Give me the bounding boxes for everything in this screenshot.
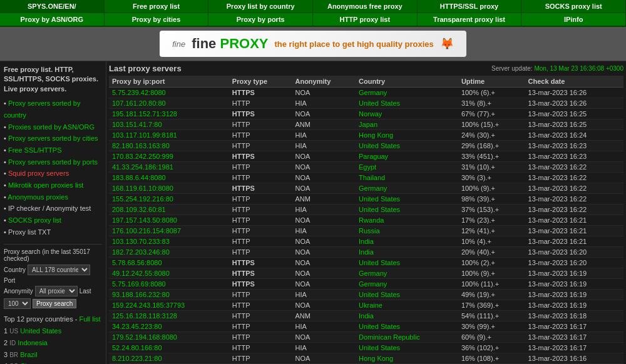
- proxy-type: HTTP: [229, 98, 292, 109]
- proxy-country[interactable]: India: [356, 247, 458, 258]
- proxy-country[interactable]: Hong Kong: [356, 130, 458, 141]
- proxy-ip[interactable]: 49.12.242.55:8080: [109, 268, 229, 279]
- proxy-country[interactable]: Hong Kong: [356, 353, 458, 364]
- proxy-ip[interactable]: 125.16.128.118:3128: [109, 311, 229, 321]
- proxy-country[interactable]: Germany: [356, 88, 458, 98]
- server-update-link[interactable]: Mon, 13 Mar 23 16:36:08 +0300: [534, 65, 623, 72]
- proxy-ip[interactable]: 5.75.169.69:8080: [109, 279, 229, 290]
- proxy-ip[interactable]: 107.161.20.80:80: [109, 98, 229, 109]
- proxy-date: 13-mar-2023 16:22: [525, 162, 623, 173]
- table-row: 107.161.20.80:80 HTTP HIA United States …: [109, 98, 623, 109]
- proxy-country[interactable]: United States: [356, 290, 458, 300]
- sidebar-link-ipcheck[interactable]: IP checker / Anonymity test: [4, 203, 102, 215]
- nav-asn[interactable]: Proxy by ASN/ORG: [0, 13, 105, 26]
- proxy-country[interactable]: Paraguay: [356, 151, 458, 162]
- proxy-country[interactable]: Ukraine: [356, 300, 458, 311]
- proxy-uptime: 31% (10).+: [458, 162, 525, 173]
- proxy-country[interactable]: United States: [356, 321, 458, 332]
- proxy-ip[interactable]: 103.117.101.99:8181: [109, 130, 229, 141]
- proxy-ip[interactable]: 182.72.203.246:80: [109, 247, 229, 258]
- nav-free-proxy[interactable]: Free proxy list: [105, 0, 209, 13]
- proxy-ip[interactable]: 179.52.194.168:8080: [109, 332, 229, 343]
- proxy-country[interactable]: Germany: [356, 183, 458, 194]
- sidebar-link-socks[interactable]: SOCKS proxy list: [4, 215, 102, 226]
- proxy-ip[interactable]: 93.188.166.232:80: [109, 290, 229, 300]
- proxy-country[interactable]: Norway: [356, 109, 458, 119]
- nav-transparent[interactable]: Transparent proxy list: [418, 13, 522, 26]
- sidebar-link-ssl[interactable]: Free SSL/HTTPS: [4, 144, 102, 156]
- table-row: 155.254.192.216:80 HTTP ANM United State…: [109, 194, 623, 205]
- country-item: 4 SG Singapore: [4, 360, 102, 364]
- proxy-country[interactable]: United States: [356, 258, 458, 268]
- proxy-country[interactable]: Dominican Republic: [356, 332, 458, 343]
- country-link[interactable]: United States: [20, 327, 61, 335]
- proxy-country[interactable]: Egypt: [356, 162, 458, 173]
- proxy-ip[interactable]: 5.78.68.56:8080: [109, 258, 229, 268]
- proxy-type: HTTP: [229, 215, 292, 226]
- country-select[interactable]: ALL 178 countries (35017 pn: [28, 265, 90, 275]
- proxy-country[interactable]: Russia: [356, 226, 458, 236]
- proxy-ip[interactable]: 183.88.6.44:8080: [109, 173, 229, 183]
- last-select[interactable]: 100: [4, 298, 31, 309]
- nav-http[interactable]: HTTP proxy list: [313, 13, 418, 26]
- proxy-country[interactable]: United States: [356, 194, 458, 205]
- proxy-ip[interactable]: 208.109.32.60:81: [109, 205, 229, 215]
- proxy-ip[interactable]: 41.33.254.186:1981: [109, 162, 229, 173]
- sidebar-link-ports[interactable]: Proxy servers sorted by ports: [4, 156, 102, 168]
- proxy-ip[interactable]: 170.83.242.250:999: [109, 151, 229, 162]
- proxy-country[interactable]: India: [356, 311, 458, 321]
- sidebar-link-txt[interactable]: Proxy list TXT: [4, 226, 102, 238]
- full-list-link[interactable]: Full list: [79, 315, 100, 323]
- proxy-ip[interactable]: 195.181.152.71:3128: [109, 109, 229, 119]
- proxy-date: 13-mar-2023 16:17: [525, 321, 623, 332]
- proxy-uptime: 17% (23).+: [458, 215, 525, 226]
- nav-anon-proxy[interactable]: Anonymous free proxy: [313, 0, 418, 13]
- proxy-ip[interactable]: 5.75.239.42:8080: [109, 88, 229, 98]
- proxy-ip[interactable]: 168.119.61.10:8080: [109, 183, 229, 194]
- proxy-anon: NOA: [292, 173, 356, 183]
- proxy-country[interactable]: India: [356, 236, 458, 247]
- sidebar-link-anon[interactable]: Anonymous proxies: [4, 191, 102, 203]
- nav-proxy-country[interactable]: Proxy list by country: [208, 0, 313, 13]
- proxy-anon: HIA: [292, 321, 356, 332]
- sidebar-link-asn[interactable]: Proxies sorted by ASN/ORG: [4, 121, 102, 133]
- sidebar-link-country[interactable]: Proxy servers sorted by country: [4, 98, 102, 121]
- sidebar-link-mikrotik[interactable]: Mikrotik open proxies list: [4, 179, 102, 191]
- nav-ipinfo[interactable]: IPinfo: [521, 13, 626, 26]
- sidebar-link-cities[interactable]: Proxy servers sorted by cities: [4, 133, 102, 144]
- proxy-date: 13-mar-2023 16:26: [525, 98, 623, 109]
- proxy-ip[interactable]: 155.254.192.216:80: [109, 194, 229, 205]
- proxy-date: 13-mar-2023 16:19: [525, 290, 623, 300]
- proxy-ip[interactable]: 82.180.163.163:80: [109, 141, 229, 151]
- proxy-country[interactable]: Japan: [356, 119, 458, 130]
- table-row: 125.16.128.118:3128 HTTP ANM India 54% (…: [109, 311, 623, 321]
- proxy-ip[interactable]: 176.100.216.154:8087: [109, 226, 229, 236]
- proxy-country[interactable]: Thailand: [356, 173, 458, 183]
- proxy-ip[interactable]: 8.210.223.21:80: [109, 353, 229, 364]
- country-link[interactable]: Brazil: [20, 351, 38, 358]
- anonymity-select[interactable]: All proxie: [35, 286, 78, 296]
- proxy-ip[interactable]: 34.23.45.223:80: [109, 321, 229, 332]
- nav-https-proxy[interactable]: HTTPS/SSL proxy: [418, 0, 522, 13]
- proxy-anon: HIA: [292, 205, 356, 215]
- proxy-ip[interactable]: 103.130.70.233:83: [109, 236, 229, 247]
- proxy-ip[interactable]: 103.151.41.7:80: [109, 119, 229, 130]
- nav-socks-proxy[interactable]: SOCKS proxy list: [521, 0, 626, 13]
- proxy-country[interactable]: United States: [356, 98, 458, 109]
- proxy-search-button[interactable]: Proxy search: [33, 299, 76, 308]
- proxy-country[interactable]: Germany: [356, 279, 458, 290]
- proxy-country[interactable]: United States: [356, 205, 458, 215]
- proxy-ip[interactable]: 197.157.143.50:8080: [109, 215, 229, 226]
- nav-cities[interactable]: Proxy by cities: [105, 13, 209, 26]
- proxy-ip[interactable]: 52.24.80.166:80: [109, 343, 229, 353]
- sidebar-link-squid[interactable]: Squid proxy servers: [4, 168, 102, 179]
- proxy-anon: HIA: [292, 290, 356, 300]
- proxy-ip[interactable]: 159.224.243.185:37793: [109, 300, 229, 311]
- proxy-country[interactable]: Germany: [356, 268, 458, 279]
- proxy-country[interactable]: Rwanda: [356, 215, 458, 226]
- nav-spys[interactable]: SPYS.ONE/EN/: [0, 0, 105, 13]
- proxy-country[interactable]: United States: [356, 343, 458, 353]
- country-link[interactable]: Indonesia: [18, 339, 48, 346]
- proxy-country[interactable]: United States: [356, 141, 458, 151]
- nav-ports[interactable]: Proxy by ports: [208, 13, 313, 26]
